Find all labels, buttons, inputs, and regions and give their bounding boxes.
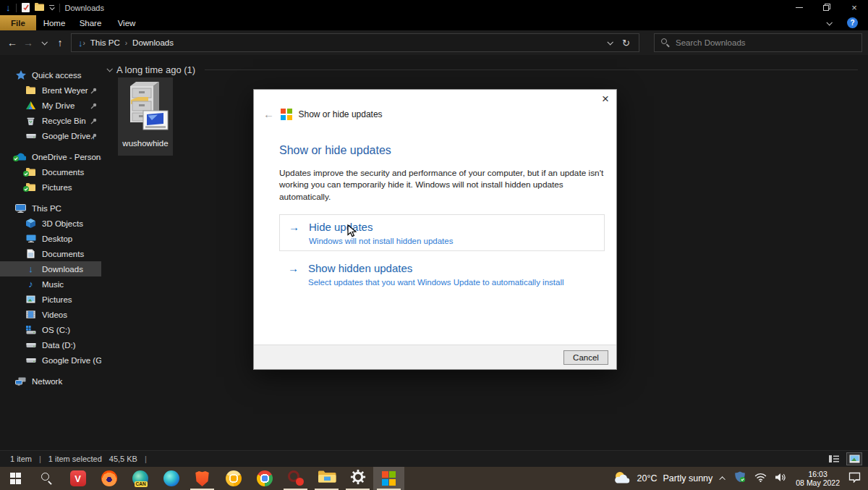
action-center-icon[interactable] (848, 472, 861, 486)
minimize-icon (796, 7, 803, 8)
sidebar-item-os-c[interactable]: OS (C:) (0, 322, 101, 337)
cancel-button[interactable]: Cancel (563, 350, 608, 365)
dialog-footer: Cancel (254, 345, 616, 369)
sidebar-item-videos[interactable]: Videos (0, 307, 101, 322)
show-or-hide-updates-dialog: × ← Show or hide updates Show or hide up… (253, 89, 617, 370)
network-icon (15, 377, 26, 386)
group-header-rule (205, 69, 858, 70)
sidebar-item-onedrive[interactable]: OneDrive - Personal (0, 149, 101, 164)
sidebar-item-label: OneDrive - Personal (32, 153, 101, 161)
sidebar-item-network[interactable]: Network (0, 373, 101, 389)
diagnostic-cab-icon (122, 80, 169, 137)
address-dropdown-icon[interactable] (608, 39, 613, 45)
file-item-wushowhide[interactable]: wushowhide (118, 77, 173, 156)
close-button[interactable]: × (841, 0, 868, 15)
sidebar-item-downloads[interactable]: ↓ Downloads (0, 261, 101, 276)
restore-button[interactable] (813, 0, 841, 15)
group-header[interactable]: A long time ago (1) (107, 63, 868, 76)
help-icon[interactable]: ? (847, 17, 858, 28)
dialog-back-icon[interactable]: ← (263, 109, 274, 119)
sidebar-item-brent-weyer[interactable]: Brent Weyer (0, 83, 101, 98)
sidebar-item-recycle-bin[interactable]: Recycle Bin (0, 113, 101, 128)
customize-toolbar-icon[interactable] (49, 5, 54, 10)
sidebar-item-data-d[interactable]: Data (D:) (0, 337, 101, 352)
music-note-icon: ♪ (25, 279, 36, 289)
window-title: Downloads (65, 4, 104, 12)
breadcrumb-this-pc[interactable]: This PC (85, 38, 125, 47)
security-shield-icon[interactable] (734, 471, 746, 486)
sidebar-item-label: Videos (42, 311, 67, 319)
sidebar-item-documents[interactable]: Documents (0, 246, 101, 261)
new-folder-quick-icon[interactable] (35, 3, 44, 12)
hide-updates-option[interactable]: → Hide updates Windows will not install … (279, 214, 605, 251)
sidebar-item-label: Brent Weyer (42, 86, 88, 95)
tray-expand-icon[interactable] (720, 476, 726, 482)
collapse-group-icon[interactable] (106, 66, 112, 72)
sidebar-item-this-pc[interactable]: This PC (0, 200, 101, 216)
taskbar-app-edge[interactable] (156, 467, 187, 490)
taskbar-app-edge-canary[interactable]: CAN (124, 467, 156, 490)
drive-icon (25, 342, 36, 349)
start-button[interactable] (0, 467, 31, 490)
taskbar-app-firefox[interactable] (93, 467, 124, 490)
ribbon-tabs: File Home Share View ? (0, 15, 868, 30)
tab-share[interactable]: Share (72, 15, 109, 30)
show-hidden-updates-option[interactable]: → Show hidden updates Select updates tha… (279, 256, 605, 293)
sidebar-item-label: Downloads (42, 265, 83, 274)
taskbar-app-screen-recorder[interactable] (280, 467, 311, 490)
pin-icon (90, 102, 97, 111)
volume-icon[interactable] (775, 472, 787, 485)
taskbar-app-file-explorer[interactable] (311, 467, 342, 490)
search-box[interactable] (654, 33, 862, 52)
sidebar-item-my-drive[interactable]: My Drive (0, 98, 101, 113)
wifi-icon[interactable] (754, 472, 767, 485)
taskbar-app-chrome-canary[interactable] (218, 467, 249, 490)
weather-widget[interactable]: 20°C Partly sunny (613, 471, 713, 486)
sidebar-item-music[interactable]: ♪ Music (0, 276, 101, 292)
selection-size: 45,5 KB (109, 455, 137, 463)
tab-home[interactable]: Home (36, 15, 72, 30)
expand-ribbon-icon[interactable] (826, 20, 832, 25)
sidebar-item-label: 3D Objects (42, 219, 83, 228)
tab-file[interactable]: File (0, 15, 36, 30)
sidebar-item-onedrive-pictures[interactable]: Pictures (0, 179, 101, 195)
taskbar-clock[interactable]: 16:03 08 May 2022 (796, 470, 840, 487)
sidebar-item-google-drive-g[interactable]: Google Drive (G:) (0, 352, 101, 368)
taskbar-app-show-or-hide-updates[interactable] (373, 467, 404, 490)
explorer-titlebar: ↓ Downloads × (0, 0, 868, 15)
recent-locations-icon[interactable] (36, 41, 52, 45)
sidebar-item-3d-objects[interactable]: 3D Objects (0, 216, 101, 231)
canary-badge: CAN (135, 481, 148, 487)
chrome-canary-icon (226, 470, 242, 486)
tab-view[interactable]: View (109, 15, 145, 30)
sidebar-item-pictures[interactable]: Pictures (0, 292, 101, 307)
star-icon (15, 70, 26, 80)
breadcrumb-downloads[interactable]: Downloads (127, 38, 179, 47)
search-input[interactable] (676, 38, 855, 47)
address-bar[interactable]: ↓ › This PC › Downloads ↻ (71, 33, 639, 52)
taskbar-app-settings[interactable] (342, 467, 373, 490)
option-subtitle: Windows will not install hidden updates (309, 237, 453, 245)
thumbnail-view-button[interactable] (846, 452, 862, 465)
dialog-close-icon[interactable]: × (602, 93, 609, 105)
taskbar-app-chrome[interactable] (249, 467, 280, 490)
up-button[interactable]: ↑ (52, 37, 68, 48)
recycle-bin-icon (25, 117, 36, 125)
google-drive-icon (25, 101, 36, 109)
brave-icon (195, 470, 210, 486)
synced-check-icon (23, 169, 29, 178)
sidebar-item-google-drive[interactable]: Google Drive (G:) (0, 128, 101, 143)
properties-quick-icon[interactable] (22, 3, 30, 12)
details-view-button[interactable] (826, 452, 842, 465)
back-button[interactable]: ← (4, 37, 20, 48)
taskbar-app-vivaldi[interactable]: V (62, 467, 93, 490)
minimize-button[interactable] (786, 0, 813, 15)
forward-button[interactable]: → (20, 37, 36, 48)
sidebar-item-desktop[interactable]: Desktop (0, 231, 101, 246)
refresh-icon[interactable]: ↻ (622, 38, 630, 48)
sidebar-item-quick-access[interactable]: Quick access (0, 67, 101, 83)
sidebar-item-onedrive-documents[interactable]: Documents (0, 164, 101, 179)
taskbar-app-brave[interactable] (187, 467, 218, 490)
taskbar-search-button[interactable] (31, 467, 62, 490)
sidebar-item-label: My Drive (42, 101, 75, 110)
